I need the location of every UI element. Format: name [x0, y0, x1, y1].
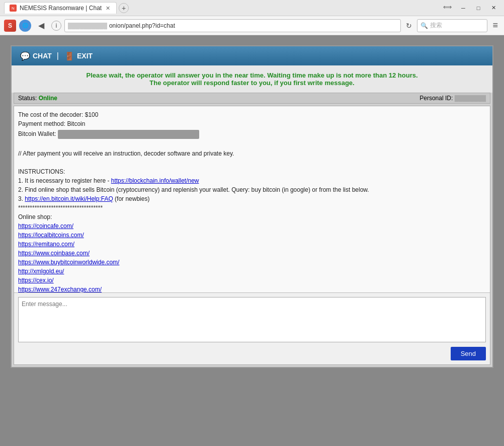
chat-line-afterpayment: // After payment you will receive an ins…: [18, 149, 486, 158]
window-controls: ⟺ ─ □ ✕: [443, 4, 500, 13]
refresh-button[interactable]: ↻: [404, 21, 414, 31]
message-input[interactable]: [18, 297, 486, 342]
send-button[interactable]: Send: [451, 347, 486, 360]
nav-chat-link[interactable]: 💬 CHAT: [20, 50, 52, 61]
title-bar: N NEMESIS Ransomware | Chat ✕ + ⟺ ─ □ ✕: [0, 0, 504, 16]
nav-exit-label: EXIT: [77, 52, 93, 60]
page-content: 💬 CHAT | 🚪 EXIT Please wait, the operato…: [0, 35, 504, 446]
warning-line2: The operator will respond faster to you,…: [18, 79, 486, 87]
tab-area: N NEMESIS Ransomware | Chat ✕ +: [4, 2, 129, 14]
nav-separator: |: [57, 51, 59, 60]
address-bar[interactable]: ██████████ onion/panel.php?id=chat: [64, 19, 401, 32]
send-row: Send: [18, 347, 486, 360]
chat-nav-icon: 💬: [20, 50, 31, 61]
warning-box: Please wait, the operator will answer yo…: [12, 65, 492, 93]
address-domain: onion/panel.php?id=chat: [109, 22, 398, 29]
shop-links: https://coincafe.com/https://localbitcoi…: [18, 221, 486, 292]
search-icon: 🔍: [421, 22, 428, 29]
nav-chat-label: CHAT: [33, 52, 52, 60]
chat-inst2: 2. Find online shop that sells Bitcoin (…: [18, 185, 486, 194]
chat-line-payment: Payment method: Bitcoin: [18, 119, 486, 128]
minimize-button[interactable]: ─: [457, 4, 470, 13]
blockchain-link[interactable]: https://blockchain.info/wallet/new: [111, 177, 199, 184]
search-bar[interactable]: 🔍 搜索: [417, 19, 487, 32]
stars-divider1: ************************************: [18, 203, 486, 212]
resize-icon: ⟺: [443, 4, 452, 13]
shop-link[interactable]: http://xmlgold.eu/: [18, 268, 64, 275]
tab-close-btn[interactable]: ✕: [105, 5, 111, 12]
online-shop-header: Online shop:: [18, 212, 486, 221]
chat-line-cost: The cost of the decoder: $100: [18, 110, 486, 119]
chat-container: The cost of the decoder: $100 Payment me…: [14, 106, 490, 365]
shop-link[interactable]: https://coincafe.com/: [18, 222, 73, 230]
shop-link[interactable]: https://localbitcoins.com/: [18, 232, 84, 239]
tab-favicon: N: [10, 5, 17, 12]
warning-line1: Please wait, the operator will answer yo…: [18, 71, 486, 79]
info-button[interactable]: i: [51, 21, 61, 31]
input-area: Send: [14, 292, 490, 364]
search-placeholder: 搜索: [430, 21, 442, 30]
shop-link[interactable]: https://www.coinbase.com/: [18, 250, 90, 257]
nav-exit-link[interactable]: 🚪 EXIT: [64, 50, 93, 61]
exit-nav-icon: 🚪: [64, 50, 75, 61]
status-label: Status: Online: [18, 95, 57, 102]
back-button[interactable]: ◀: [34, 19, 48, 33]
shop-link[interactable]: https://remitano.com/: [18, 241, 74, 248]
personal-id-area: Personal ID: ████████: [419, 95, 486, 102]
browser-tab[interactable]: N NEMESIS Ransomware | Chat ✕: [4, 2, 117, 14]
wallet-address-blurred: ████████████████████████████████████: [58, 130, 199, 139]
chat-line-blank2: [18, 158, 486, 167]
shop-link[interactable]: https://www.247exchange.com/: [18, 286, 102, 292]
chat-inst1: 1. It is necessary to register here - ht…: [18, 176, 486, 185]
nav-bar: S 🌐 ◀ i ██████████ onion/panel.php?id=ch…: [0, 16, 504, 35]
browser-logo: S: [4, 20, 16, 32]
chat-instructions-header: INSTRUCTIONS:: [18, 167, 486, 176]
new-tab-button[interactable]: +: [119, 3, 129, 13]
chat-inst3: 3. https://en.bitcoin.it/wiki/Help:FAQ (…: [18, 194, 486, 203]
browser-menu-button[interactable]: ≡: [490, 20, 500, 31]
shop-link[interactable]: https://www.buybitcoinworldwide.com/: [18, 259, 119, 266]
shop-link[interactable]: https://cex.io/: [18, 277, 54, 284]
personal-id-value: ████████: [455, 95, 486, 101]
panel-nav: 💬 CHAT | 🚪 EXIT: [12, 46, 492, 65]
globe-icon: 🌐: [19, 20, 31, 32]
restore-button[interactable]: □: [472, 4, 485, 13]
address-blurred-part: ██████████: [68, 23, 107, 29]
status-value: Online: [39, 95, 57, 102]
chat-line-blank1: [18, 140, 486, 149]
tab-title: NEMESIS Ransomware | Chat: [20, 5, 102, 12]
close-button[interactable]: ✕: [487, 4, 500, 13]
bitcoin-faq-link[interactable]: https://en.bitcoin.it/wiki/Help:FAQ: [25, 195, 113, 202]
chat-messages[interactable]: The cost of the decoder: $100 Payment me…: [14, 106, 490, 292]
panel-container: 💬 CHAT | 🚪 EXIT Please wait, the operato…: [11, 45, 493, 368]
chat-line-wallet: Bitcoin Wallet: ████████████████████████…: [18, 129, 486, 139]
status-bar: Status: Online Personal ID: ████████: [14, 93, 490, 104]
